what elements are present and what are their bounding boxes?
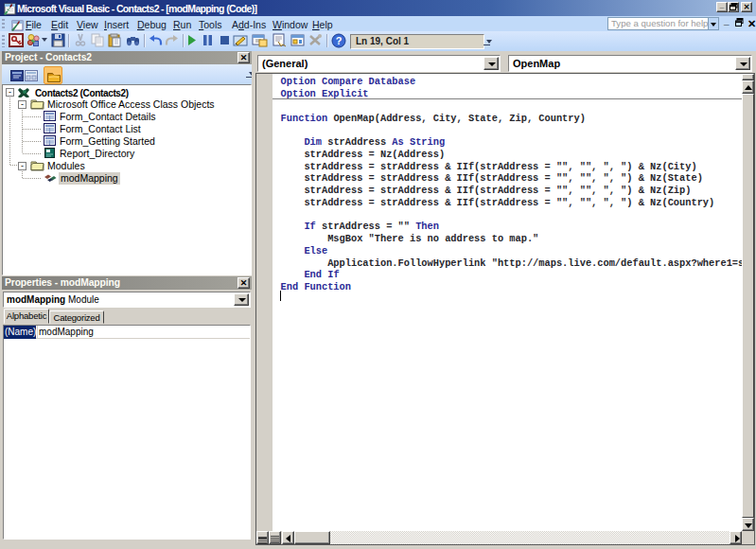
svg-text:?: ? (336, 35, 343, 46)
